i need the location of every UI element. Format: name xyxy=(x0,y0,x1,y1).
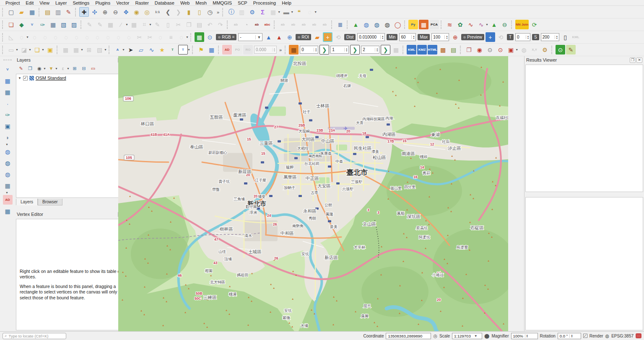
identify-features[interactable]: ⓘ xyxy=(226,7,236,17)
toolbar-drag-handle[interactable] xyxy=(75,8,78,16)
menu-raster[interactable]: Raster xyxy=(132,0,151,5)
coordinate-input[interactable]: 13508383,2889890 xyxy=(386,333,431,339)
db-manager[interactable]: ≣ xyxy=(335,20,345,29)
expand-all[interactable]: ⊞ xyxy=(70,64,79,73)
web-service-add[interactable]: ◍ xyxy=(361,20,371,29)
deselect-all-dropdown[interactable]: ▼ xyxy=(42,48,45,51)
serval-grid[interactable]: ▦ xyxy=(289,45,299,55)
toolbar-drag-handle[interactable] xyxy=(190,33,193,42)
t-input[interactable]: 0▲▼ xyxy=(515,33,530,41)
toolbar-drag-handle[interactable] xyxy=(285,46,287,54)
magnifier-input[interactable]: 100%▲▼ xyxy=(511,333,538,339)
layer-swap-dock[interactable]: ≋ xyxy=(445,20,454,29)
pca-tool[interactable]: PCA xyxy=(429,20,439,29)
annotation-select[interactable]: ➤ xyxy=(126,45,135,55)
new-spatial-bookmark[interactable]: ▮ xyxy=(184,7,194,17)
map-sheet-tool[interactable]: ▤ xyxy=(449,45,458,55)
rgb-combo[interactable]: -▼ xyxy=(238,33,262,41)
tab-browser[interactable]: Browser xyxy=(38,199,62,205)
profile-plot-dock[interactable]: ∿ xyxy=(466,20,475,29)
add-polygon-annotation[interactable]: ▱ xyxy=(136,45,146,55)
zoom-in[interactable]: ⊕ xyxy=(100,7,110,17)
results-float-button[interactable]: ❐ xyxy=(630,57,636,63)
spectral-signature-detail[interactable]: ▲ xyxy=(274,32,284,42)
remove-layer[interactable]: ▭ xyxy=(89,64,97,73)
invert-selection-dropdown[interactable]: ▼ xyxy=(29,48,32,51)
ad-dock-toggle[interactable]: AD xyxy=(3,195,13,205)
menu-view[interactable]: View xyxy=(36,0,52,5)
toolbar-drag-handle[interactable] xyxy=(3,60,12,62)
add-virtual-layer[interactable]: ▦ xyxy=(3,181,13,190)
toolbar-drag-handle[interactable] xyxy=(2,21,5,29)
menu-mesh[interactable]: Mesh xyxy=(192,0,210,5)
open-project[interactable]: ▰ xyxy=(17,7,26,17)
apply-band-2[interactable]: ❯ xyxy=(381,45,390,55)
quick-map-services[interactable]: ▩ xyxy=(438,45,448,55)
add-wcs-layer[interactable]: ◍ xyxy=(3,158,13,168)
red-pin-tool[interactable]: ◉ xyxy=(475,45,484,55)
data-source-manager[interactable]: ❏ xyxy=(6,20,16,29)
select-by-location[interactable]: ▣ xyxy=(45,45,55,55)
menu-database[interactable]: Database xyxy=(152,0,177,5)
manage-map-themes[interactable]: ◉ xyxy=(35,64,44,73)
show-spatial-bookmarks[interactable]: ▯ xyxy=(195,7,204,17)
apply-band-0[interactable]: ❯ xyxy=(319,45,329,55)
scp-bandset[interactable]: ▦ xyxy=(195,32,204,42)
toolbar-overflow[interactable]: » xyxy=(215,10,221,15)
toolbar-drag-handle[interactable] xyxy=(2,46,5,54)
ad-tool[interactable]: AD xyxy=(222,45,232,55)
max-input[interactable]: 100▲▼ xyxy=(431,33,449,41)
filter-by-expression-dropdown[interactable]: ▼ xyxy=(67,67,70,70)
open-layer-styling[interactable]: ✎ xyxy=(17,64,25,73)
select-region-points-dropdown[interactable]: ▼ xyxy=(515,48,519,51)
vertex-tool-dropdown[interactable]: ▼ xyxy=(149,23,152,26)
spectral-signature-plot[interactable]: ▲ xyxy=(264,32,273,42)
new-gpx-layer[interactable]: ▦ xyxy=(48,20,58,29)
show-layout-manager[interactable]: ▥ xyxy=(53,7,63,17)
toolbar-drag-handle[interactable] xyxy=(404,21,407,29)
layer-name[interactable]: OSM Standard xyxy=(36,75,66,80)
toolbar-drag-handle[interactable] xyxy=(2,33,5,42)
min-input[interactable]: 60▲▼ xyxy=(399,33,416,41)
add-oracle-layer[interactable]: ▣ xyxy=(3,121,13,131)
band-1-input[interactable]: 1▲▼ xyxy=(330,46,349,54)
export-kmz[interactable]: KMZ xyxy=(417,45,427,55)
style-manager[interactable]: ✎ xyxy=(64,7,73,17)
toolbar-drag-handle[interactable] xyxy=(192,46,195,54)
tab-layers[interactable]: Layers xyxy=(16,199,38,205)
dist-input[interactable]: 0.010000▲▼ xyxy=(357,33,385,41)
measure-line-dropdown[interactable]: ▼ xyxy=(291,10,294,13)
new-shapefile-layer[interactable]: V xyxy=(27,20,37,29)
add-feature-dropdown[interactable]: ▼ xyxy=(125,23,129,26)
python-console[interactable]: Py xyxy=(408,20,418,29)
menu-settings[interactable]: Settings xyxy=(70,0,92,5)
add-marker-annotation[interactable]: ★ xyxy=(157,45,167,55)
add-postgis-layer[interactable]: ◗ xyxy=(3,132,13,142)
web-service-search[interactable]: ◍ xyxy=(372,20,382,29)
trim-extend-dropdown[interactable]: ▼ xyxy=(186,36,189,39)
osm-place-search[interactable]: ◍ xyxy=(382,20,392,29)
filter-legend-dropdown[interactable]: ▼ xyxy=(55,67,58,70)
metasearch[interactable]: ▲ xyxy=(351,20,361,29)
add-raster-layer[interactable]: ▦ xyxy=(3,76,13,86)
toolbar-drag-handle[interactable] xyxy=(551,46,554,54)
toolbar-drag-handle[interactable] xyxy=(331,21,334,29)
text-annotation-dialog-dropdown[interactable]: ▼ xyxy=(187,48,191,51)
toolbar-drag-handle[interactable] xyxy=(511,21,514,29)
menu-scp[interactable]: SCP xyxy=(235,0,250,5)
zoom-to-roi[interactable]: ⊕ xyxy=(285,32,294,42)
geometry-checker-dropdown[interactable]: ▼ xyxy=(104,48,107,51)
zoom-full[interactable]: ✥ xyxy=(121,7,131,17)
processing-toolbox[interactable]: ⚙ xyxy=(247,7,257,17)
menu-plugins[interactable]: Plugins xyxy=(92,0,113,5)
flag-tool[interactable]: ⚑ xyxy=(196,45,206,55)
highlight-pinned-labels[interactable]: abc xyxy=(262,20,272,29)
scp-plugin[interactable]: ▦ xyxy=(419,20,428,29)
select-features-dropdown[interactable]: ▼ xyxy=(16,48,19,51)
refresh-table-tool[interactable]: ⟳ xyxy=(530,20,539,29)
temporal-controller[interactable]: ◷ xyxy=(205,7,215,17)
scale-combo[interactable]: 1:129703▼ xyxy=(452,333,482,339)
menu-processing[interactable]: Processing xyxy=(250,0,279,5)
zoom-last[interactable]: ❮ xyxy=(163,7,173,17)
toolbar-drag-handle[interactable] xyxy=(441,21,443,29)
